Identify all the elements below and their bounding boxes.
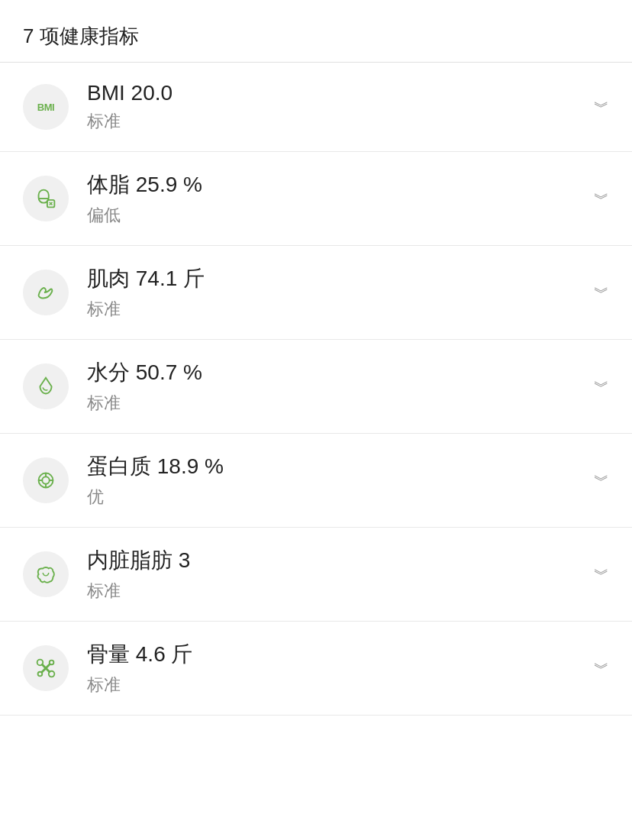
metric-info-bmi: BMI 20.0 标准: [87, 81, 582, 133]
icon-wrapper-protein: [23, 457, 69, 503]
metric-item-muscle[interactable]: 肌肉 74.1 斤 标准 ︾: [0, 246, 632, 340]
metric-name-muscle: 肌肉 74.1 斤: [87, 264, 582, 293]
page-header: 7 项健康指标: [0, 0, 632, 63]
icon-wrapper-visceral-fat: [23, 551, 69, 597]
metric-item-water[interactable]: 水分 50.7 % 标准 ︾: [0, 340, 632, 434]
chevron-icon-bone: ︾: [594, 658, 609, 679]
metrics-list: BMI BMI 20.0 标准 ︾ 体脂 25.9 % 偏低: [0, 63, 632, 716]
chevron-icon-body-fat: ︾: [594, 189, 609, 209]
icon-wrapper-bone: [23, 645, 69, 691]
metric-info-muscle: 肌肉 74.1 斤 标准: [87, 264, 582, 321]
metric-name-water: 水分 50.7 %: [87, 358, 582, 387]
metric-info-visceral-fat: 内脏脂肪 3 标准: [87, 546, 582, 603]
metric-status-bone: 标准: [87, 674, 582, 696]
chevron-icon-visceral-fat: ︾: [594, 564, 609, 585]
metric-item-protein[interactable]: 蛋白质 18.9 % 优 ︾: [0, 434, 632, 528]
protein-icon: [33, 467, 59, 493]
metric-name-body-fat: 体脂 25.9 %: [87, 170, 582, 199]
bone-icon: [33, 655, 59, 681]
icon-wrapper-bmi: BMI: [23, 84, 69, 130]
metric-name-visceral-fat: 内脏脂肪 3: [87, 546, 582, 575]
metric-status-water: 标准: [87, 392, 582, 415]
icon-wrapper-body-fat: [23, 176, 69, 221]
metric-info-body-fat: 体脂 25.9 % 偏低: [87, 170, 582, 227]
metric-status-visceral-fat: 标准: [87, 580, 582, 603]
metric-name-protein: 蛋白质 18.9 %: [87, 452, 582, 481]
page-title: 7 项健康指标: [23, 23, 609, 50]
metric-item-visceral-fat[interactable]: 内脏脂肪 3 标准 ︾: [0, 528, 632, 622]
metric-name-bmi: BMI 20.0: [87, 81, 582, 105]
metric-info-bone: 骨量 4.6 斤 标准: [87, 640, 582, 696]
icon-wrapper-muscle: [23, 270, 69, 315]
chevron-icon-muscle: ︾: [594, 283, 609, 303]
metric-status-muscle: 标准: [87, 298, 582, 321]
water-icon: [33, 373, 59, 399]
metric-status-protein: 优: [87, 486, 582, 509]
body-fat-icon: [33, 186, 59, 212]
svg-point-6: [42, 477, 49, 483]
metric-item-bone[interactable]: 骨量 4.6 斤 标准 ︾: [0, 622, 632, 716]
metric-status-bmi: 标准: [87, 110, 582, 133]
page-container: 7 项健康指标 BMI BMI 20.0 标准 ︾: [0, 0, 632, 716]
chevron-icon-protein: ︾: [594, 470, 609, 491]
visceral-fat-icon: [33, 561, 59, 587]
metric-status-body-fat: 偏低: [87, 204, 582, 227]
chevron-icon-bmi: ︾: [594, 97, 609, 118]
metric-info-water: 水分 50.7 % 标准: [87, 358, 582, 415]
bmi-icon: BMI: [37, 102, 54, 113]
metric-info-protein: 蛋白质 18.9 % 优: [87, 452, 582, 509]
muscle-icon: [33, 279, 59, 305]
chevron-icon-water: ︾: [594, 376, 609, 397]
icon-wrapper-water: [23, 363, 69, 409]
metric-item-body-fat[interactable]: 体脂 25.9 % 偏低 ︾: [0, 152, 632, 246]
metric-item-bmi[interactable]: BMI BMI 20.0 标准 ︾: [0, 63, 632, 152]
metric-name-bone: 骨量 4.6 斤: [87, 640, 582, 669]
